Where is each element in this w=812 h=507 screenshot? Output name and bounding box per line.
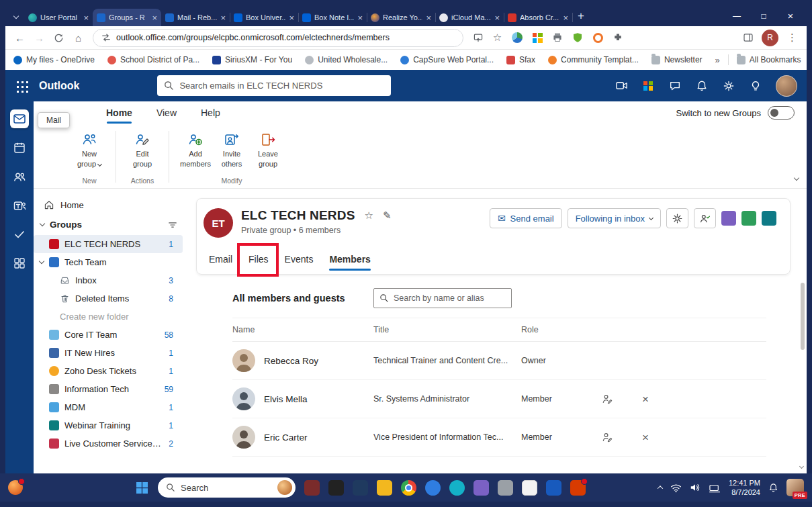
leave-group-button[interactable]: Leave group [250,128,286,174]
rail-teams-icon[interactable] [10,196,29,215]
taskbar-app-2[interactable] [328,480,344,496]
sidebar-item-deleted-items[interactable]: Deleted Items 8 [34,289,183,308]
member-row[interactable]: Elvis Mella Sr. Systems Administrator Me… [232,380,766,418]
ribbon-collapse-icon[interactable] [795,171,799,183]
edit-group-button[interactable]: Edit group [124,128,161,174]
volume-icon[interactable] [690,482,701,493]
tab-search-button[interactable] [8,8,24,24]
meet-now-icon[interactable] [615,79,628,93]
extension-icon-printer[interactable] [549,30,566,46]
rail-mail-icon[interactable] [10,109,29,128]
group-app-icon-1[interactable] [721,211,736,226]
bookmark-item[interactable]: Newsletter [651,55,703,64]
member-search[interactable] [373,288,512,308]
member-row[interactable]: Eric Carter Vice President of Informatio… [232,418,766,457]
send-email-button[interactable]: ✉ Send email [490,208,562,228]
rail-people-icon[interactable] [10,167,29,186]
tab-email[interactable]: Email [209,254,232,265]
sidebar-item-core-it-team[interactable]: Core IT Team 58 [34,326,183,344]
following-dropdown[interactable]: Following in inbox [568,208,661,228]
remove-member-icon[interactable]: × [642,394,682,405]
sidebar-item-elc-tech-nerds[interactable]: ELC TECH NERDS 1 [34,235,183,253]
browser-tab[interactable]: Box Note I...× [298,9,367,26]
group-app-icon-3[interactable] [762,211,776,226]
change-role-icon[interactable] [602,432,642,443]
site-info-icon[interactable] [101,33,111,42]
group-settings-button[interactable] [666,208,688,228]
notifications-bell-icon[interactable] [768,483,778,493]
ribbon-tab-view[interactable]: View [156,107,177,118]
invite-others-button[interactable]: Invite others [214,128,250,174]
ribbon-tab-help[interactable]: Help [201,107,220,118]
bookmarks-overflow-icon[interactable]: » [715,55,720,65]
group-membership-button[interactable] [694,208,716,228]
extension-icon-globe[interactable] [509,30,525,46]
wifi-icon[interactable] [670,483,682,493]
chat-icon[interactable] [668,79,682,93]
cast-icon[interactable] [469,29,487,47]
browser-menu-icon[interactable]: ⋮ [783,29,801,47]
extension-icon-grid[interactable] [529,30,545,46]
notifications-bell-icon[interactable] [695,79,709,93]
browser-tab[interactable]: Realize Yo...× [367,9,435,26]
sidebar-item-live-customer-service-chat[interactable]: Live Customer Service Chat 2 [34,434,183,453]
tab-close-icon[interactable]: × [563,13,568,22]
outlook-search-input[interactable] [179,81,384,91]
tab-close-icon[interactable]: × [83,13,89,22]
outlook-search[interactable] [157,75,391,96]
new-groups-toggle[interactable] [768,106,795,120]
all-bookmarks-button[interactable]: All Bookmarks [737,55,801,64]
member-row[interactable]: Rebecca Roy Technical Trainer and Conten… [232,342,766,380]
address-bar[interactable]: outlook.office.com/groups/elcpbc.onmicro… [93,29,463,47]
browser-tab[interactable]: User Portal× [24,9,93,26]
tab-close-icon[interactable]: × [357,13,363,22]
remove-member-icon[interactable]: × [642,432,682,443]
bookmark-item[interactable]: United Wholesale... [305,55,388,64]
sidebar-groups-header[interactable]: Groups [34,214,188,235]
taskbar-notepad-icon[interactable] [522,480,537,496]
sidebar-item-it-new-hires[interactable]: IT New Hires 1 [34,344,183,362]
bookmark-item[interactable]: My files - OneDrive [13,55,95,64]
sidebar-item-webinar-training[interactable]: Webinar Training 1 [34,416,183,434]
back-button[interactable]: ← [11,29,29,47]
settings-gear-icon[interactable] [722,79,735,93]
bookmark-item[interactable]: CapSure Web Portal... [400,55,494,64]
bookmark-item[interactable]: Community Templat... [548,55,639,64]
group-app-icon-2[interactable] [741,211,756,226]
favorite-star-icon[interactable]: ☆ [365,210,373,222]
forward-button[interactable]: → [30,29,48,47]
extension-icon-shield[interactable] [570,30,586,46]
add-members-button[interactable]: Add members [177,128,214,174]
bookmark-star-icon[interactable]: ☆ [488,29,506,47]
browser-tab[interactable]: Mail - Reb...× [161,9,230,26]
battery-icon[interactable] [709,483,721,493]
bookmark-item[interactable]: Sfax [506,55,535,64]
account-avatar[interactable] [776,75,797,97]
sidebar-item-tech-team[interactable]: Tech Team [34,253,183,271]
outlook-logo-text[interactable]: Outlook [39,80,79,92]
side-panel-icon[interactable] [739,29,757,47]
taskbar-teams-icon[interactable] [425,480,441,496]
taskbar-notification-icon[interactable] [8,480,23,495]
browser-tab[interactable]: Absorb Cr...× [504,9,572,26]
member-search-input[interactable] [394,293,506,303]
refresh-button[interactable] [50,29,68,47]
extension-icon-orange[interactable] [590,30,606,46]
tray-chevron-icon[interactable] [658,486,663,491]
taskbar-app-8[interactable] [473,480,489,496]
taskbar-file-explorer-icon[interactable] [377,480,392,496]
bookmark-item[interactable]: SiriusXM - For You [212,55,292,64]
tab-close-icon[interactable]: × [426,13,431,22]
scroll-down-icon[interactable] [800,459,803,471]
sidebar-item-zoho-desk-tickets[interactable]: Zoho Desk Tickets 1 [34,362,183,380]
sidebar-item-home[interactable]: Home [34,195,188,214]
edit-group-icon[interactable]: ✎ [383,210,392,222]
browser-tab[interactable]: Box Univer...× [230,9,298,26]
browser-tab[interactable]: iCloud Ma...× [435,9,504,26]
search-highlight-icon[interactable] [277,480,292,495]
microsoft-365-icon[interactable] [641,79,655,93]
tab-members[interactable]: Members [329,254,370,265]
close-button[interactable]: × [777,5,804,26]
ribbon-tab-home[interactable]: Home [106,107,132,118]
start-button[interactable] [134,480,149,495]
